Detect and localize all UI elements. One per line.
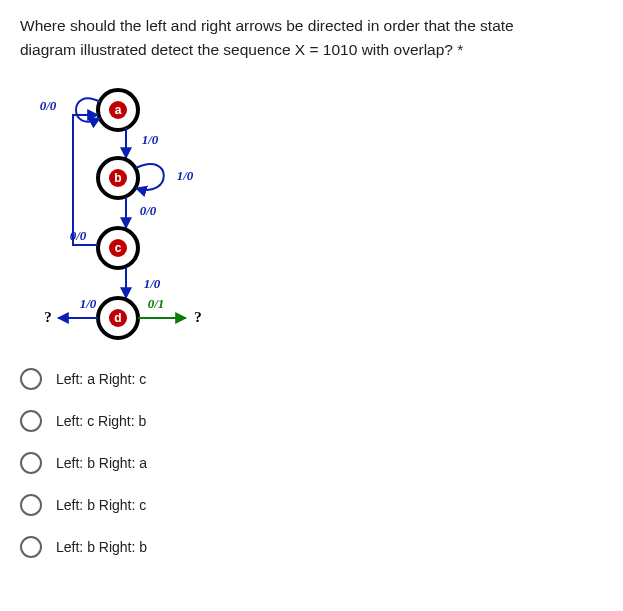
required-asterisk: * xyxy=(453,41,463,58)
option-3-label: Left: b Right: a xyxy=(56,455,147,471)
option-2-label: Left: c Right: b xyxy=(56,413,146,429)
question-line1: Where should the left and right arrows b… xyxy=(20,17,514,34)
edge-d-left-label: 1/0 xyxy=(80,296,97,311)
option-2[interactable]: Left: c Right: b xyxy=(20,410,603,432)
option-5[interactable]: Left: b Right: b xyxy=(20,536,603,558)
edge-c-to-a-label: 0/0 xyxy=(70,228,87,243)
radio-icon xyxy=(20,536,42,558)
state-c: c xyxy=(98,228,138,268)
state-a: a xyxy=(98,90,138,130)
option-3[interactable]: Left: b Right: a xyxy=(20,452,603,474)
unknown-right: ? xyxy=(194,309,202,325)
state-diagram-svg: a 0/0 1/0 b 1/0 0/0 c 0/0 xyxy=(18,80,258,360)
state-b: b xyxy=(98,158,138,198)
state-a-label: a xyxy=(115,103,122,117)
unknown-left: ? xyxy=(44,309,52,325)
edge-b-self xyxy=(136,164,164,190)
edge-b-to-c-label: 0/0 xyxy=(140,203,157,218)
option-4-label: Left: b Right: c xyxy=(56,497,146,513)
radio-icon xyxy=(20,452,42,474)
edge-c-to-a xyxy=(73,115,98,245)
state-d: d xyxy=(98,298,138,338)
state-diagram: a 0/0 1/0 b 1/0 0/0 c 0/0 xyxy=(18,80,258,360)
question-text: Where should the left and right arrows b… xyxy=(0,0,623,70)
option-5-label: Left: b Right: b xyxy=(56,539,147,555)
option-4[interactable]: Left: b Right: c xyxy=(20,494,603,516)
edge-c-to-d-label: 1/0 xyxy=(144,276,161,291)
edge-a-self-label: 0/0 xyxy=(40,98,57,113)
radio-icon xyxy=(20,494,42,516)
radio-icon xyxy=(20,368,42,390)
radio-icon xyxy=(20,410,42,432)
state-b-label: b xyxy=(114,171,121,185)
option-1[interactable]: Left: a Right: c xyxy=(20,368,603,390)
options-group: Left: a Right: c Left: c Right: b Left: … xyxy=(0,368,623,588)
option-1-label: Left: a Right: c xyxy=(56,371,146,387)
edge-a-to-b-label: 1/0 xyxy=(142,132,159,147)
edge-b-self-label: 1/0 xyxy=(177,168,194,183)
state-c-label: c xyxy=(115,241,122,255)
question-line2: diagram illustrated detect the sequence … xyxy=(20,41,453,58)
edge-d-right-label: 0/1 xyxy=(148,296,165,311)
state-d-label: d xyxy=(114,311,121,325)
